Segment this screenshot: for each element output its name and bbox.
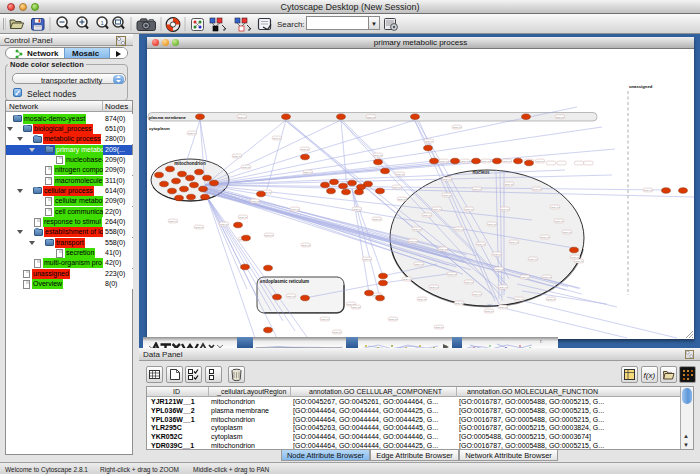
svg-text:[GO:-a]: [GO:-a] <box>423 214 432 217</box>
svg-text:[GO:-a]: [GO:-a] <box>505 183 514 186</box>
svg-text:[GO:-a]: [GO:-a] <box>529 258 538 261</box>
svg-text:[GO:-a]: [GO:-a] <box>533 188 542 191</box>
svg-text:[GO:-a]: [GO:-a] <box>425 140 434 143</box>
svg-text:[GO:-a]: [GO:-a] <box>239 216 248 219</box>
svg-text:[GO:-a]: [GO:-a] <box>503 160 512 163</box>
svg-text:[GO:-a]: [GO:-a] <box>439 248 448 251</box>
svg-text:[GO:-a]: [GO:-a] <box>273 137 282 140</box>
svg-text:[GO:-a]: [GO:-a] <box>396 173 405 176</box>
svg-text:[GO:-a]: [GO:-a] <box>448 273 457 276</box>
svg-text:[GO:-a]: [GO:-a] <box>393 186 402 189</box>
svg-text:[GO:-a]: [GO:-a] <box>473 293 482 296</box>
svg-text:[GO:-a]: [GO:-a] <box>543 276 552 279</box>
svg-text:[GO:-a]: [GO:-a] <box>251 200 260 203</box>
svg-text:[GO:-a]: [GO:-a] <box>556 116 565 119</box>
svg-text:[GO:-a]: [GO:-a] <box>547 298 556 301</box>
svg-text:[GO:-a]: [GO:-a] <box>220 223 229 226</box>
svg-text:[GO:-a]: [GO:-a] <box>443 194 452 197</box>
svg-text:[GO:-a]: [GO:-a] <box>488 223 497 226</box>
svg-text:[GO:-a]: [GO:-a] <box>287 295 296 298</box>
svg-text:[GO:-a]: [GO:-a] <box>233 155 242 158</box>
svg-text:[GO:-a]: [GO:-a] <box>443 178 452 181</box>
svg-text:[GO:-a]: [GO:-a] <box>321 318 330 321</box>
svg-text:[GO:-a]: [GO:-a] <box>304 171 313 174</box>
svg-text:[GO:-a]: [GO:-a] <box>403 278 412 281</box>
svg-text:[GO:-a]: [GO:-a] <box>352 306 361 309</box>
svg-text:[GO:-a]: [GO:-a] <box>440 160 449 163</box>
svg-text:[GO:-a]: [GO:-a] <box>485 310 494 313</box>
svg-text:[GO:-a]: [GO:-a] <box>461 160 470 163</box>
svg-text:[GO:-a]: [GO:-a] <box>265 234 274 237</box>
svg-text:[GO:-a]: [GO:-a] <box>473 188 482 191</box>
svg-text:[GO:-a]: [GO:-a] <box>499 306 508 309</box>
svg-text:[GO:-a]: [GO:-a] <box>415 263 424 266</box>
svg-text:[GO:-a]: [GO:-a] <box>433 208 442 211</box>
svg-text:[GO:-a]: [GO:-a] <box>555 220 564 223</box>
svg-text:[GO:-a]: [GO:-a] <box>575 260 584 263</box>
svg-text:[GO:-a]: [GO:-a] <box>302 244 311 247</box>
svg-text:[GO:-a]: [GO:-a] <box>644 189 653 192</box>
svg-text:[GO:-a]: [GO:-a] <box>373 218 382 221</box>
svg-text:[GO:-a]: [GO:-a] <box>389 318 398 321</box>
svg-text:cytoplasm: cytoplasm <box>149 126 170 131</box>
svg-text:[GO:-a]: [GO:-a] <box>242 166 251 169</box>
svg-text:[GO:-a]: [GO:-a] <box>333 331 342 334</box>
svg-text:[GO:-a]: [GO:-a] <box>563 231 572 234</box>
svg-text:[GO:-a]: [GO:-a] <box>430 286 439 289</box>
svg-text:[GO:-a]: [GO:-a] <box>493 253 502 256</box>
svg-text:[GO:-a]: [GO:-a] <box>353 208 362 211</box>
svg-text:[GO:-a]: [GO:-a] <box>510 241 519 244</box>
svg-text:[GO:-a]: [GO:-a] <box>418 298 427 301</box>
svg-text:[GO:-a]: [GO:-a] <box>398 198 407 201</box>
svg-text:nucleus: nucleus <box>472 170 490 175</box>
svg-text:f(x): f(x) <box>644 371 656 380</box>
svg-text:[GO:-a]: [GO:-a] <box>521 276 530 279</box>
svg-text:mitochondrion: mitochondrion <box>174 161 206 166</box>
svg-text:[GO:-a]: [GO:-a] <box>291 208 300 211</box>
svg-text:[GO:-a]: [GO:-a] <box>499 286 508 289</box>
svg-text:[GO:-a]: [GO:-a] <box>374 154 383 157</box>
svg-text:[GO:-a]: [GO:-a] <box>413 228 422 231</box>
svg-text:[GO:-a]: [GO:-a] <box>515 298 524 301</box>
svg-text:[GO:-a]: [GO:-a] <box>435 326 444 329</box>
svg-text:[GO:-a]: [GO:-a] <box>188 132 197 135</box>
svg-text:[GO:-a]: [GO:-a] <box>301 148 310 151</box>
svg-text:[GO:-a]: [GO:-a] <box>482 160 491 163</box>
svg-text:[GO:-a]: [GO:-a] <box>195 226 204 229</box>
svg-text:[GO:-a]: [GO:-a] <box>367 116 376 119</box>
svg-text:[GO:-a]: [GO:-a] <box>409 240 418 243</box>
svg-text:[GO:-a]: [GO:-a] <box>455 302 464 305</box>
svg-text:unassigned: unassigned <box>629 84 653 89</box>
svg-text:[GO:-a]: [GO:-a] <box>169 220 178 223</box>
svg-text:[GO:-a]: [GO:-a] <box>363 258 372 261</box>
svg-text:[GO:-a]: [GO:-a] <box>495 268 504 271</box>
svg-text:[GO:-a]: [GO:-a] <box>238 116 247 119</box>
svg-text:[GO:-a]: [GO:-a] <box>501 208 510 211</box>
svg-text:[GO:-a]: [GO:-a] <box>455 228 464 231</box>
svg-text:[GO:-a]: [GO:-a] <box>536 160 545 163</box>
svg-text:[GO:-a]: [GO:-a] <box>465 281 474 284</box>
svg-text:plasma membrane: plasma membrane <box>149 115 186 120</box>
svg-text:[GO:-a]: [GO:-a] <box>551 206 560 209</box>
svg-text:[GO:-a]: [GO:-a] <box>541 236 550 239</box>
svg-text:[GO:-a]: [GO:-a] <box>477 243 486 246</box>
svg-text:[GO:-a]: [GO:-a] <box>571 256 580 259</box>
svg-text:[GO:-a]: [GO:-a] <box>453 126 462 129</box>
svg-text:[GO:-a]: [GO:-a] <box>465 208 474 211</box>
